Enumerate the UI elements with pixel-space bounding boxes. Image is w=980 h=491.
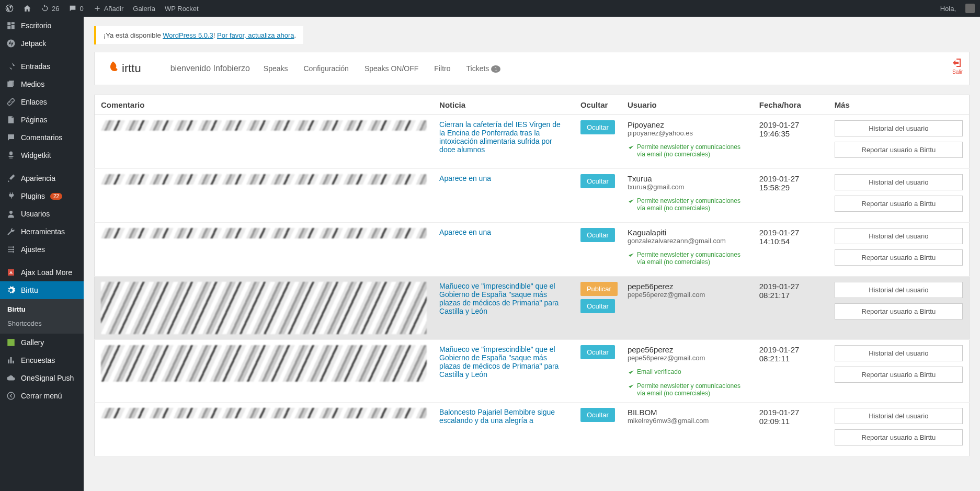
sidebar-item-apariencia[interactable]: Apariencia (0, 169, 84, 187)
reportar-button[interactable]: Reportar usuario a Birttu (835, 367, 963, 383)
updates-link[interactable]: 26 (41, 4, 59, 13)
news-link[interactable]: Cierran la cafetería del IES Virgen de l… (439, 120, 561, 154)
publicar-button[interactable]: Publicar (580, 282, 618, 296)
comments-link[interactable]: 0 (69, 4, 83, 13)
sidebar-item-usuarios[interactable]: Usuarios (0, 205, 84, 223)
reportar-button[interactable]: Reportar usuario a Birttu (835, 249, 963, 266)
news-link[interactable]: Aparece en una (439, 174, 491, 182)
reportar-button[interactable]: Reportar usuario a Birttu (835, 429, 963, 446)
sidebar-item-label: Páginas (21, 116, 48, 124)
ocultar-button[interactable]: Ocultar (580, 345, 615, 359)
user-mail: txurua@gmail.com (628, 183, 747, 191)
sidebar-item-birttu[interactable]: Birttu (0, 281, 84, 299)
news-link[interactable]: Baloncesto Pajariel Bembibre sigue escal… (439, 408, 555, 425)
sidebar-item-escritorio[interactable]: Escritorio (0, 17, 84, 35)
sidebar-item-label: Cerrar menú (21, 392, 62, 400)
redacted-comment (101, 282, 427, 334)
wprocket-link[interactable]: WP Rocket (165, 5, 199, 13)
sidebar-item-páginas[interactable]: Páginas (0, 111, 84, 129)
nav-onoff[interactable]: Speaks ON/OFF (364, 64, 418, 73)
check-icon (628, 198, 635, 205)
plugin-nav: Speaks Configuración Speaks ON/OFF Filtr… (264, 64, 501, 73)
user-mail: pepe56perez@gmail.com (628, 354, 747, 362)
check-icon (628, 252, 635, 259)
update-now-link[interactable]: Por favor, actualiza ahora (217, 31, 294, 39)
avatar[interactable] (965, 4, 975, 13)
wp-version-link[interactable]: WordPress 5.0.3 (163, 31, 213, 39)
user-name: Kagualapiti (628, 228, 747, 237)
redacted-comment (101, 345, 427, 382)
cell-comment (95, 223, 434, 277)
sidebar-item-plugins[interactable]: Plugins22 (0, 187, 84, 205)
sidebar-item-jetpack[interactable]: Jetpack (0, 35, 84, 52)
historial-button[interactable]: Historial del usuario (835, 408, 963, 424)
cell-date: 2019-01-27 19:46:35 (753, 115, 828, 169)
sidebar-item-enlaces[interactable]: Enlaces (0, 93, 84, 111)
news-link[interactable]: Mañueco ve "imprescindible" que el Gobie… (439, 345, 559, 379)
cell-date: 2019-01-27 08:21:11 (753, 340, 828, 403)
sidebar-item-label: Widgetkit (21, 151, 51, 159)
sidebar-item-cerrar-menú[interactable]: Cerrar menú (0, 387, 84, 405)
svg-point-3 (13, 246, 14, 248)
cell-hide: Ocultar (574, 223, 621, 277)
reportar-button[interactable]: Reportar usuario a Birttu (835, 142, 963, 158)
nav-filtro[interactable]: Filtro (434, 64, 450, 73)
add-new-link[interactable]: Añadir (93, 4, 124, 13)
ocultar-button[interactable]: Ocultar (580, 228, 615, 242)
nav-config[interactable]: Configuración (304, 64, 349, 73)
historial-button[interactable]: Historial del usuario (835, 282, 963, 298)
logout-button[interactable]: Salir (951, 56, 964, 75)
submenu-shortcodes[interactable]: Shortcodes (0, 316, 84, 330)
permit-text: Permite newsletter y comunicaciones vía … (628, 143, 747, 158)
th-comment: Comentario (95, 95, 434, 115)
svg-point-8 (7, 392, 15, 399)
gallery-link[interactable]: Galería (133, 5, 155, 13)
historial-button[interactable]: Historial del usuario (835, 120, 963, 136)
historial-button[interactable]: Historial del usuario (835, 174, 963, 190)
user-name: Txurua (628, 174, 747, 183)
user-name: Pipoyanez (628, 120, 747, 129)
user-name: pepe56perez (628, 345, 747, 354)
sidebar-item-label: Jetpack (21, 39, 46, 48)
sidebar-item-medios[interactable]: Medios (0, 75, 84, 93)
sidebar-item-label: Entradas (21, 62, 50, 71)
historial-button[interactable]: Historial del usuario (835, 345, 963, 361)
sidebar-item-widgetkit[interactable]: Widgetkit (0, 146, 84, 164)
check-icon (628, 144, 635, 151)
ocultar-button[interactable]: Ocultar (580, 120, 615, 134)
reportar-button[interactable]: Reportar usuario a Birttu (835, 303, 963, 319)
sidebar-item-comentarios[interactable]: Comentarios (0, 129, 84, 146)
sidebar-item-ajax-load-more[interactable]: Ajax Load More (0, 264, 84, 281)
greeting-link[interactable]: Hola, (940, 5, 956, 13)
poll-icon (6, 356, 16, 365)
sidebar-item-onesignal-push[interactable]: OneSignal Push (0, 369, 84, 387)
plugin-logo: irttu (104, 60, 141, 77)
historial-button[interactable]: Historial del usuario (835, 228, 963, 244)
sidebar-item-herramientas[interactable]: Herramientas (0, 223, 84, 241)
wp-logo-icon[interactable] (5, 4, 14, 13)
reportar-button[interactable]: Reportar usuario a Birttu (835, 196, 963, 212)
ocultar-button[interactable]: Ocultar (580, 408, 615, 422)
submenu-birttu[interactable]: Birttu (0, 302, 84, 316)
sidebar-item-ajustes[interactable]: Ajustes (0, 241, 84, 258)
ocultar-button[interactable]: Ocultar (580, 174, 615, 188)
nav-tickets[interactable]: Tickets 1 (466, 64, 500, 73)
cell-news: Mañueco ve "imprescindible" que el Gobie… (433, 340, 574, 403)
permit-text: Permite newsletter y comunicaciones vía … (628, 197, 747, 212)
news-link[interactable]: Aparece en una (439, 228, 491, 236)
sidebar-item-encuestas[interactable]: Encuestas (0, 351, 84, 369)
nav-speaks[interactable]: Speaks (264, 64, 288, 73)
check-icon (628, 369, 635, 376)
cell-comment (95, 403, 434, 456)
home-icon[interactable] (23, 4, 31, 13)
ocultar-button[interactable]: Ocultar (580, 299, 615, 313)
sidebar-item-gallery[interactable]: Gallery (0, 334, 84, 351)
alm-icon (6, 268, 16, 277)
cell-hide: PublicarOcultar (574, 277, 621, 340)
redacted-comment (101, 408, 427, 418)
permit-text: Permite newsletter y comunicaciones vía … (628, 382, 747, 397)
cell-news: Cierran la cafetería del IES Virgen de l… (433, 115, 574, 169)
sidebar-item-entradas[interactable]: Entradas (0, 58, 84, 75)
news-link[interactable]: Mañueco ve "imprescindible" que el Gobie… (439, 282, 559, 315)
sidebar-item-label: Birttu (21, 286, 38, 294)
